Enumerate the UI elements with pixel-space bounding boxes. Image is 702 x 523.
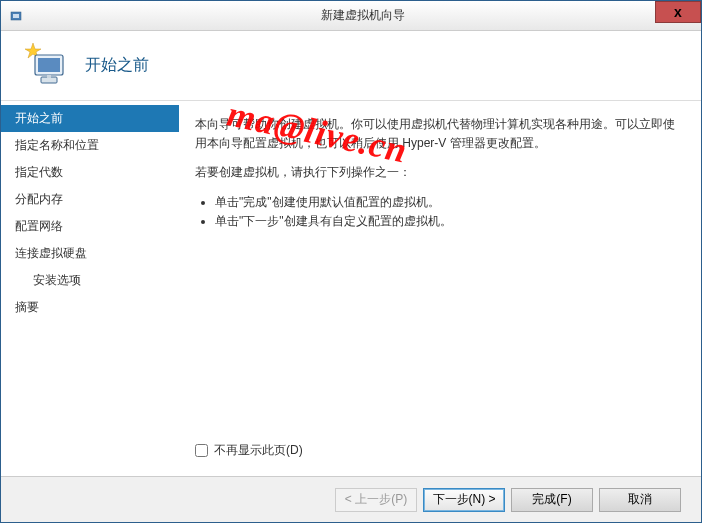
- next-button[interactable]: 下一步(N) >: [423, 488, 505, 512]
- sidebar: 开始之前 指定名称和位置 指定代数 分配内存 配置网络 连接虚拟硬盘 安装选项 …: [1, 101, 179, 476]
- sidebar-item-disk[interactable]: 连接虚拟硬盘: [1, 240, 179, 267]
- wizard-body: 开始之前 指定名称和位置 指定代数 分配内存 配置网络 连接虚拟硬盘 安装选项 …: [1, 101, 701, 476]
- wizard-window: 新建虚拟机向导 x 开始之前 开始之前 指定名称和位置 指定代数 分配内存 配置…: [0, 0, 702, 523]
- finish-button[interactable]: 完成(F): [511, 488, 593, 512]
- sidebar-item-summary[interactable]: 摘要: [1, 294, 179, 321]
- dont-show-label[interactable]: 不再显示此页(D): [214, 441, 303, 460]
- window-title: 新建虚拟机向导: [25, 7, 701, 24]
- app-icon: [9, 8, 25, 24]
- content-pane: 本向导可帮助你创建虚拟机。你可以使用虚拟机代替物理计算机实现各种用途。可以立即使…: [179, 101, 701, 476]
- sidebar-item-memory[interactable]: 分配内存: [1, 186, 179, 213]
- svg-rect-1: [13, 14, 19, 18]
- svg-rect-6: [47, 75, 51, 78]
- cancel-button[interactable]: 取消: [599, 488, 681, 512]
- titlebar: 新建虚拟机向导 x: [1, 1, 701, 31]
- bullet-next: 单击"下一步"创建具有自定义配置的虚拟机。: [215, 212, 679, 231]
- close-icon: x: [674, 4, 682, 20]
- close-button[interactable]: x: [655, 1, 701, 23]
- dont-show-checkbox[interactable]: [195, 444, 208, 457]
- svg-rect-4: [38, 58, 60, 72]
- dont-show-row: 不再显示此页(D): [195, 441, 679, 460]
- sidebar-item-install-options[interactable]: 安装选项: [1, 267, 179, 294]
- bullet-finish: 单击"完成"创建使用默认值配置的虚拟机。: [215, 193, 679, 212]
- sidebar-item-name-location[interactable]: 指定名称和位置: [1, 132, 179, 159]
- sidebar-item-network[interactable]: 配置网络: [1, 213, 179, 240]
- footer: < 上一步(P) 下一步(N) > 完成(F) 取消: [1, 476, 701, 522]
- sidebar-item-generation[interactable]: 指定代数: [1, 159, 179, 186]
- page-title: 开始之前: [85, 55, 149, 76]
- instruction-paragraph: 若要创建虚拟机，请执行下列操作之一：: [195, 163, 679, 182]
- wizard-icon: [21, 41, 71, 91]
- instruction-list: 单击"完成"创建使用默认值配置的虚拟机。 单击"下一步"创建具有自定义配置的虚拟…: [195, 193, 679, 231]
- sidebar-item-before-you-begin[interactable]: 开始之前: [1, 105, 179, 132]
- previous-button: < 上一步(P): [335, 488, 417, 512]
- header: 开始之前: [1, 31, 701, 101]
- intro-paragraph: 本向导可帮助你创建虚拟机。你可以使用虚拟机代替物理计算机实现各种用途。可以立即使…: [195, 115, 679, 153]
